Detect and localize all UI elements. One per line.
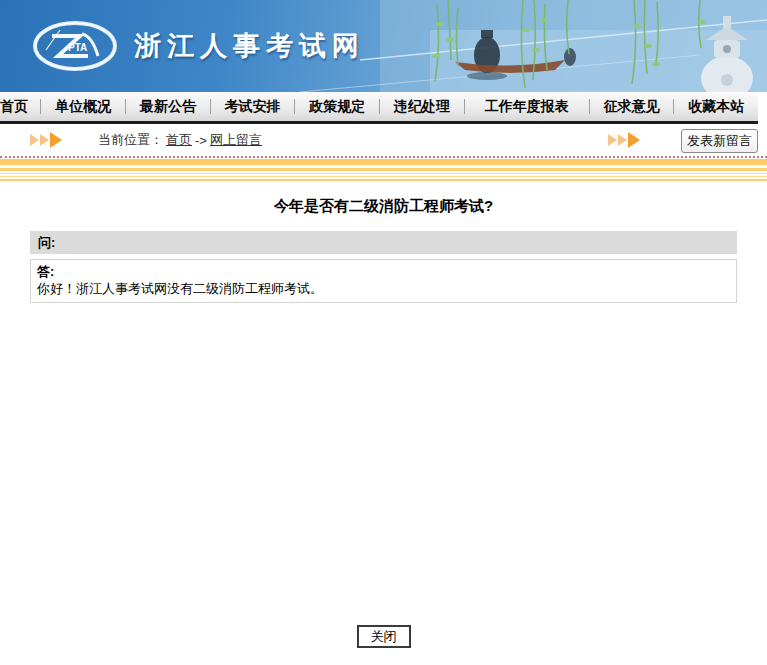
orange-rule-thin — [0, 176, 767, 177]
orange-rule-thin — [0, 179, 767, 181]
close-button-area: 关闭 — [0, 625, 767, 648]
breadcrumb-arrow: -> — [195, 133, 207, 148]
breadcrumb-arrows-icon — [30, 132, 68, 148]
nav-item-about[interactable]: 单位概况 — [41, 92, 125, 121]
orange-rule-thick — [0, 159, 767, 165]
question-label-bar: 问: — [30, 231, 737, 254]
nav-item-policies[interactable]: 政策规定 — [295, 92, 379, 121]
orange-rule-medium — [0, 168, 767, 171]
close-button[interactable]: 关闭 — [357, 625, 411, 648]
arrow-right-icon — [608, 134, 617, 146]
answer-label: 答: — [37, 263, 730, 280]
nav-item-feedback[interactable]: 征求意见 — [590, 92, 674, 121]
nav-item-exam-schedule[interactable]: 考试安排 — [211, 92, 295, 121]
breadcrumb: 当前位置： 首页 -> 网上留言 — [98, 131, 262, 149]
logo-sub-text: PTA — [68, 42, 87, 53]
answer-box: 答: 你好！浙江人事考试网没有二级消防工程师考试。 — [30, 259, 737, 303]
nav-item-violations[interactable]: 违纪处理 — [380, 92, 464, 121]
orange-rule-thin — [0, 173, 767, 174]
nav-item-home[interactable]: 首页 — [0, 92, 40, 121]
arrow-right-icon — [628, 132, 640, 148]
site-title: 浙江人事考试网 — [134, 28, 365, 64]
site-banner: PTA 浙江人事考试网 — [0, 0, 767, 92]
new-message-button[interactable]: 发表新留言 — [681, 129, 758, 153]
breadcrumb-home-link[interactable]: 首页 — [166, 131, 192, 149]
breadcrumb-current-link[interactable]: 网上留言 — [210, 131, 262, 149]
nav-item-bookmark[interactable]: 收藏本站 — [674, 92, 758, 121]
arrow-right-icon — [618, 134, 627, 146]
nav-item-annual-report[interactable]: 工作年度报表 — [465, 92, 589, 121]
question-title: 今年是否有二级消防工程师考试? — [0, 197, 767, 216]
main-nav: 首页 单位概况 最新公告 考试安排 政策规定 违纪处理 工作年度报表 征求意见 … — [0, 92, 758, 124]
breadcrumb-arrows-right-icon — [608, 132, 646, 148]
arrow-right-icon — [30, 134, 39, 146]
arrow-right-icon — [40, 134, 49, 146]
breadcrumb-prefix: 当前位置： — [98, 131, 163, 149]
decorative-rules — [0, 159, 767, 181]
nav-item-announcements[interactable]: 最新公告 — [126, 92, 210, 121]
boat-figure-icon — [564, 48, 576, 66]
zpta-logo: PTA — [32, 20, 118, 72]
arrow-right-icon — [50, 132, 62, 148]
answer-text: 你好！浙江人事考试网没有二级消防工程师考试。 — [37, 280, 730, 297]
question-label: 问: — [38, 234, 55, 252]
breadcrumb-row: 当前位置： 首页 -> 网上留言 发表新留言 — [0, 124, 767, 158]
